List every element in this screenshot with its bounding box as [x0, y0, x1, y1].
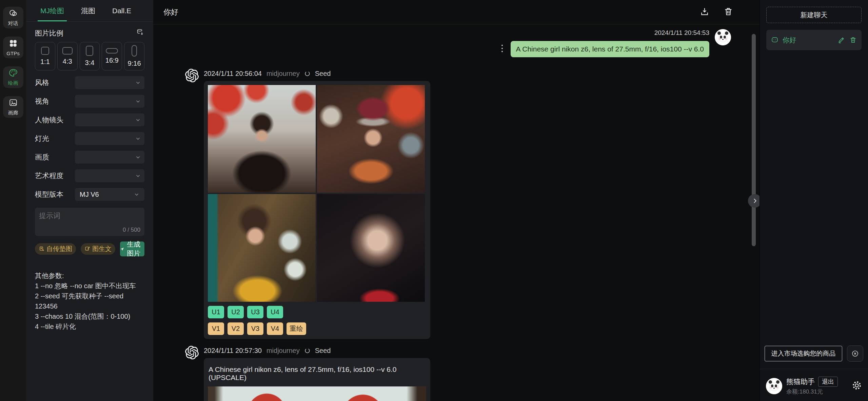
tab-blend[interactable]: 混图: [81, 0, 95, 21]
field-label-lighting: 灯光: [35, 134, 49, 143]
chevron-right-icon: [751, 197, 758, 204]
ratio-shape: [132, 45, 137, 57]
ratio-4-3[interactable]: 4:3: [57, 42, 78, 70]
account-balance: 余额:180.31元: [786, 388, 838, 396]
angle-select[interactable]: [75, 95, 144, 108]
variation-button-v2[interactable]: V2: [228, 322, 244, 335]
upload-doc-icon: [39, 246, 45, 252]
rail-item-label: GTPs: [6, 50, 19, 56]
quality-select[interactable]: [75, 151, 144, 164]
settings-gear-icon[interactable]: [852, 380, 862, 392]
bot-message-grid: 2024/1/11 20:56:04 midjourney Seed: [184, 68, 430, 339]
seed-button[interactable]: Seed: [315, 347, 331, 355]
image-grid: [208, 85, 426, 302]
generated-image-4[interactable]: [317, 194, 425, 302]
generate-image-label: 生成图片: [127, 240, 144, 258]
param-line: 1 --no 忽略 --no car 图中不出现车: [35, 281, 144, 291]
new-chat-button[interactable]: 新建聊天: [766, 7, 862, 23]
seed-icon[interactable]: [304, 71, 310, 77]
generation-result-card: U1 U2 U3 U4 V1 V2 V3 V4 重绘: [204, 81, 430, 339]
panel-tabs: MJ绘图 混图 Dall.E: [26, 0, 153, 22]
history-item[interactable]: 你好: [766, 30, 862, 50]
prompt-box: 0 / 500: [35, 208, 144, 236]
account-footer: 熊猫助手 退出 余额:180.31元: [760, 377, 868, 396]
ratio-label: 9:16: [128, 60, 141, 67]
chat-top-bar: 你好: [153, 0, 760, 24]
upscale-button-u4[interactable]: U4: [267, 306, 283, 318]
param-line: 2 --seed 可先获取种子 --seed 123456: [35, 291, 144, 311]
prompt-char-counter: 0 / 500: [123, 227, 140, 233]
logout-button[interactable]: 退出: [818, 377, 838, 387]
ratio-section-title: 图片比例: [35, 28, 63, 38]
save-preset-icon[interactable]: [136, 28, 144, 38]
bot-message-upscale: 2024/1/11 20:57:30 midjourney Seed A Chi…: [184, 345, 430, 401]
edit-icon[interactable]: [837, 36, 845, 44]
draw-tool-panel: MJ绘图 混图 Dall.E 图片比例 1:1 4:3: [26, 0, 153, 401]
history-item-title: 你好: [783, 36, 796, 45]
generated-image-1[interactable]: [208, 85, 316, 193]
variation-button-v3[interactable]: V3: [247, 322, 263, 335]
rail-item-draw[interactable]: 绘画: [3, 66, 23, 88]
rail-item-chat[interactable]: 对话: [3, 7, 23, 28]
artistry-select[interactable]: [75, 169, 144, 182]
lighting-select[interactable]: [75, 132, 144, 145]
ratio-16-9[interactable]: 16:9: [102, 42, 122, 70]
seed-icon[interactable]: [304, 348, 310, 354]
upscale-button-u1[interactable]: U1: [208, 306, 224, 318]
ratio-shape: [106, 48, 118, 54]
generated-image-3[interactable]: [208, 194, 316, 302]
rail-item-label: 绘画: [8, 80, 18, 86]
account-avatar: [766, 378, 782, 394]
image-to-text-label: 图生文: [92, 245, 112, 253]
aspect-ratio-group: 1:1 4:3 3:4 16:9 9:16: [35, 42, 144, 70]
rail-item-gallery[interactable]: 画廊: [3, 96, 23, 118]
message-menu-icon[interactable]: [499, 44, 505, 54]
left-icon-rail: 对话 GTPs 绘画: [0, 0, 26, 401]
market-button[interactable]: 进入市场选购您的商品: [765, 346, 842, 361]
variation-button-v4[interactable]: V4: [267, 322, 283, 335]
close-panel-button[interactable]: [847, 345, 863, 362]
style-select[interactable]: [75, 76, 144, 89]
redraw-button[interactable]: 重绘: [287, 322, 306, 335]
image-to-text-icon: [84, 246, 91, 252]
model-version-value: MJ V6: [80, 191, 99, 198]
seed-button[interactable]: Seed: [315, 70, 331, 78]
ratio-label: 16:9: [105, 57, 119, 64]
field-label-style: 风格: [35, 78, 49, 87]
ratio-3-4[interactable]: 3:4: [80, 42, 100, 70]
chat-scrollbar[interactable]: [752, 34, 756, 246]
field-label-lens: 人物镜头: [35, 115, 63, 125]
collapse-panel-button[interactable]: [748, 194, 760, 208]
bot-avatar-openai: [184, 345, 200, 360]
four-squares-icon: [9, 39, 18, 49]
field-label-model-version: 模型版本: [35, 190, 63, 199]
tab-mj-draw[interactable]: MJ绘图: [40, 0, 64, 21]
field-label-artistry: 艺术程度: [35, 171, 63, 181]
ratio-1-1[interactable]: 1:1: [35, 42, 55, 70]
delete-icon[interactable]: [849, 36, 857, 44]
user-avatar: [715, 29, 731, 45]
prompt-input[interactable]: [35, 208, 144, 228]
generate-image-button[interactable]: 生成图片: [120, 241, 144, 256]
upscale-button-u3[interactable]: U3: [247, 306, 263, 318]
bot-message-model: midjourney: [267, 70, 300, 78]
generated-image-2[interactable]: [317, 85, 425, 193]
upload-base-image-button[interactable]: 自传垫图: [35, 243, 76, 255]
image-to-text-button[interactable]: 图生文: [81, 243, 115, 255]
model-version-select[interactable]: MJ V6: [75, 188, 144, 201]
download-chat-icon[interactable]: [700, 7, 709, 18]
tab-dalle[interactable]: Dall.E: [112, 0, 131, 21]
variation-button-v1[interactable]: V1: [208, 322, 224, 335]
upscale-result-card: A Chinese girl nikon z6, lens of 27.5mm,…: [204, 358, 430, 401]
ratio-9-16[interactable]: 9:16: [124, 42, 144, 70]
rail-item-gpts[interactable]: GTPs: [3, 37, 23, 58]
lens-select[interactable]: [75, 113, 144, 126]
ratio-shape: [41, 47, 49, 55]
delete-chat-icon[interactable]: [724, 7, 733, 18]
upscaled-image[interactable]: [208, 386, 426, 401]
paper-plane-icon: [120, 246, 124, 252]
upscale-button-u2[interactable]: U2: [228, 306, 244, 318]
circle-x-icon: [851, 350, 859, 358]
field-label-quality: 画质: [35, 152, 49, 162]
user-message-bubble: A Chinese girl nikon z6, lens of 27.5mm,…: [511, 41, 709, 57]
